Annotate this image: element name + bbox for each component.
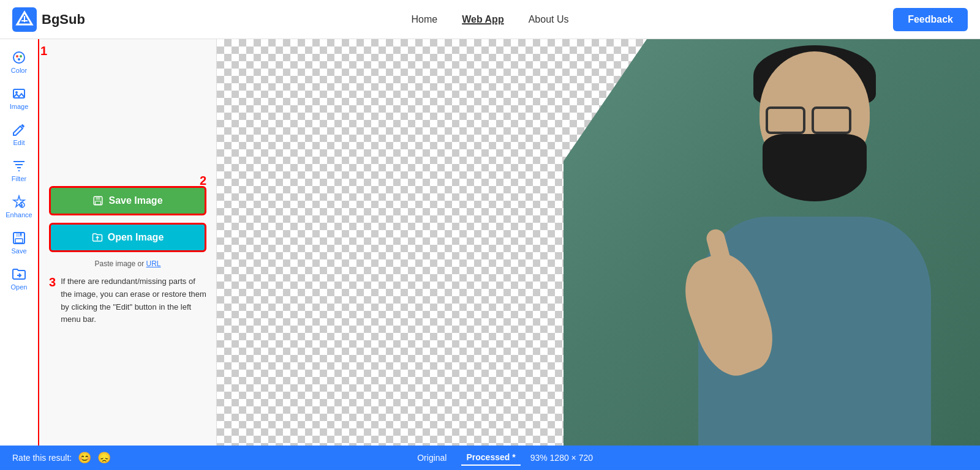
sidebar-image-label: Image [10,103,29,110]
nav: Home Web App About Us [412,14,569,25]
rate-label: Rate this result: [12,453,72,463]
step3-section: 3 If there are redundant/missing parts o… [49,275,206,326]
logo-area: BgSub [12,7,85,32]
svg-point-5 [16,55,18,58]
url-link[interactable]: URL [146,259,161,268]
nav-aboutus[interactable]: About Us [529,14,569,25]
sidebar-item-image[interactable]: Image [0,81,38,115]
save-image-button[interactable]: Save Image [49,186,206,215]
happy-icon[interactable]: 😊 [78,451,91,464]
logo-text: BgSub [42,12,85,28]
sidebar-filter-label: Filter [12,175,26,182]
person-beard [763,134,867,201]
footer-center: Original Processed * 93% 1280 × 720 [412,450,593,466]
svg-rect-19 [15,239,23,243]
svg-rect-10 [13,161,24,162]
canvas-area [217,39,980,446]
original-tab[interactable]: Original [412,450,451,465]
main-area: 1 Color Image Edit [0,39,980,446]
sidebar: 1 Color Image Edit [0,39,39,446]
header: BgSub Home Web App About Us Feedback [0,0,980,39]
paste-hint: Paste image or URL [49,259,206,268]
sidebar-item-color[interactable]: Color [0,45,38,79]
image-info: 93% 1280 × 720 [530,453,593,463]
processed-tab[interactable]: Processed * [461,450,520,466]
panel: 2 Save Image Open Image Paste image or U… [39,39,217,446]
logo-icon [12,7,37,32]
svg-rect-24 [96,201,101,204]
sad-icon[interactable]: 😞 [97,451,111,464]
svg-point-4 [13,52,24,63]
svg-point-7 [18,58,20,61]
svg-rect-12 [17,167,21,168]
nav-webapp[interactable]: Web App [462,14,503,25]
filter-icon [12,159,26,173]
person-glasses-right [812,106,851,134]
edit-icon [12,122,26,137]
sidebar-item-filter[interactable]: Filter [0,154,38,187]
instruction-text: If there are redundant/missing parts of … [61,275,206,326]
sidebar-edit-label: Edit [13,139,25,146]
open-icon [12,267,26,282]
enhance-icon [12,195,26,209]
step3-annotation: 3 [49,275,56,289]
image-icon [12,86,26,101]
footer: Rate this result: 😊 😞 Original Processed… [0,446,980,470]
sidebar-enhance-label: Enhance [6,211,32,218]
open-btn-icon [92,232,103,243]
nav-home[interactable]: Home [412,14,438,25]
sidebar-item-edit[interactable]: Edit [0,118,38,151]
svg-rect-11 [15,164,23,165]
step1-label: 1 [40,44,47,58]
save-btn-icon [92,195,104,206]
person-glasses-left [766,106,805,134]
sidebar-color-label: Color [11,67,27,74]
sidebar-item-open[interactable]: Open [0,262,38,296]
sidebar-save-label: Save [11,247,26,255]
svg-rect-13 [18,170,20,171]
svg-point-9 [15,91,18,94]
sidebar-item-save[interactable]: Save [0,226,38,259]
sidebar-item-enhance[interactable]: Enhance [0,190,38,223]
footer-left: Rate this result: 😊 😞 [12,451,111,464]
svg-point-6 [20,55,22,58]
svg-rect-23 [96,196,101,200]
step2-annotation: 2 [200,174,206,188]
color-icon [12,50,26,65]
feedback-button[interactable]: Feedback [893,8,968,31]
sidebar-open-label: Open [11,283,28,291]
open-image-button[interactable]: Open Image [49,223,206,252]
save-icon [12,231,26,245]
